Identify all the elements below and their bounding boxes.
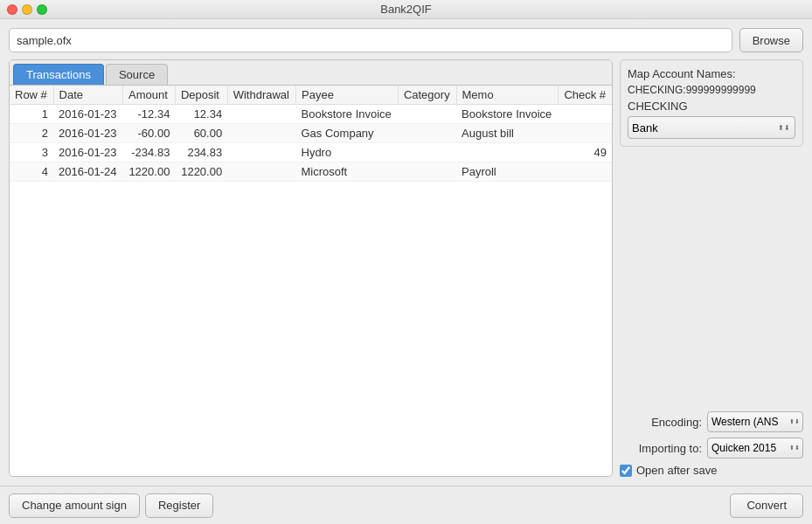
account-type-wrapper: BankCashCCardInvstOthAOthL [628,116,795,139]
importing-to-select[interactable]: Quicken 2015Quicken 2016Quicken 2017MS M… [707,438,803,458]
bottom-left-buttons: Change amount sign Register [9,493,213,518]
table-cell: 1220.00 [175,162,227,182]
open-after-save-checkbox[interactable] [620,465,632,477]
col-payee: Payee [296,86,399,105]
table-cell: Bookstore Invoice [456,105,559,124]
left-panel: Transactions Source Row # Date Amount De… [9,59,613,477]
table-cell: 1 [10,105,53,124]
table-cell: 3 [10,143,53,162]
map-title: Map Account Names: [628,67,795,80]
change-amount-sign-button[interactable]: Change amount sign [9,493,140,518]
transactions-table-container: Row # Date Amount Deposit Withdrawal Pay… [10,86,612,476]
table-cell: 234.83 [175,143,227,162]
app-title: Bank2QIF [380,3,432,16]
encoding-select[interactable]: Western (ANSUTF-8ISO-8859-1 [707,411,803,432]
table-cell [227,105,295,124]
table-cell: Hydro [296,143,399,162]
file-path-input[interactable] [9,28,732,52]
table-cell [559,105,612,124]
main-content: Browse Transactions Source Row # Date Am… [0,19,812,486]
table-cell [559,124,612,143]
table-cell: 60.00 [175,124,227,143]
table-row: 12016-01-23-12.3412.34Bookstore InvoiceB… [10,105,612,124]
tab-bar: Transactions Source [10,60,612,86]
col-memo: Memo [456,86,559,105]
table-cell [227,124,295,143]
table-cell: 2016-01-24 [53,162,123,182]
table-cell [398,105,456,124]
table-cell: 49 [559,143,612,162]
table-cell [456,143,559,162]
col-withdrawal: Withdrawal [227,86,295,105]
file-row: Browse [9,28,803,52]
account-type-select[interactable]: BankCashCCardInvstOthAOthL [628,116,795,139]
col-date: Date [53,86,123,105]
encoding-select-wrap: Western (ANSUTF-8ISO-8859-1 [707,411,803,432]
close-button[interactable] [7,4,17,15]
table-cell: 2 [10,124,53,143]
spacer [620,152,803,406]
register-button[interactable]: Register [145,493,213,518]
encoding-row: Encoding: Western (ANSUTF-8ISO-8859-1 [620,411,803,432]
map-account-label: CHECKING [628,100,795,113]
table-cell: 2016-01-23 [53,124,123,143]
titlebar: Bank2QIF [0,0,812,19]
browse-button[interactable]: Browse [739,28,803,52]
table-cell: Payroll [456,162,559,182]
tab-transactions[interactable]: Transactions [13,64,104,85]
right-panel: Map Account Names: CHECKING:999999999999… [620,59,803,477]
table-cell: 12.34 [175,105,227,124]
content-area: Transactions Source Row # Date Amount De… [9,59,803,477]
maximize-button[interactable] [37,4,47,15]
bottom-settings: Encoding: Western (ANSUTF-8ISO-8859-1 Im… [620,411,803,477]
table-cell: 2016-01-23 [53,105,123,124]
table-row: 42016-01-241220.001220.00MicrosoftPayrol… [10,162,612,182]
importing-to-row: Importing to: Quicken 2015Quicken 2016Qu… [620,438,803,458]
table-cell: 4 [10,162,53,182]
table-row: 32016-01-23-234.83234.83Hydro49 [10,143,612,162]
map-section: Map Account Names: CHECKING:999999999999… [620,59,803,147]
col-deposit: Deposit [175,86,227,105]
table-cell: -60.00 [123,124,176,143]
table-cell: Microsoft [296,162,399,182]
open-after-save-label: Open after save [636,464,718,477]
table-cell: -234.83 [123,143,176,162]
table-row: 22016-01-23-60.0060.00Gas CompanyAugust … [10,124,612,143]
encoding-label: Encoding: [651,416,702,429]
table-cell: Gas Company [296,124,399,143]
table-cell: Bookstore Invoice [296,105,399,124]
table-cell: 2016-01-23 [53,143,123,162]
table-cell: 1220.00 [123,162,176,182]
table-cell [227,162,295,182]
table-cell [227,143,295,162]
map-account-name: CHECKING:999999999999 [628,84,795,96]
col-row: Row # [10,86,53,105]
bottom-bar: Change amount sign Register Convert [0,486,812,524]
table-cell: -12.34 [123,105,176,124]
transactions-table: Row # Date Amount Deposit Withdrawal Pay… [10,86,612,182]
minimize-button[interactable] [22,4,32,15]
open-after-save-row: Open after save [620,464,803,477]
table-cell [398,143,456,162]
window-controls [7,4,47,15]
table-cell [398,162,456,182]
table-cell: August bill [456,124,559,143]
col-amount: Amount [123,86,176,105]
col-category: Category [398,86,456,105]
table-cell [398,124,456,143]
importing-to-label: Importing to: [639,442,702,455]
table-cell [559,162,612,182]
importing-to-select-wrap: Quicken 2015Quicken 2016Quicken 2017MS M… [707,438,803,458]
convert-button[interactable]: Convert [730,493,803,518]
tab-source[interactable]: Source [106,64,168,85]
col-check: Check # [559,86,612,105]
